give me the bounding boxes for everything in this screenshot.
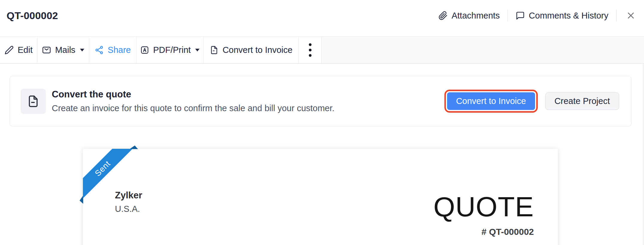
company-block: Zylker U.S.A. [115,190,142,214]
pdf-print-dropdown-button[interactable]: PDF/Print [136,37,203,63]
share-button[interactable]: Share [89,37,136,63]
chevron-down-icon [195,49,200,52]
convert-quote-banner: Convert the quote Create an invoice for … [10,76,631,126]
status-ribbon: Sent [83,149,161,226]
close-button[interactable] [624,9,637,22]
ribbon-fold-left [80,195,83,204]
pdf-icon [140,45,149,55]
company-name: Zylker [115,190,142,201]
banner-icon-box [21,89,46,114]
file-icon [209,45,219,55]
status-ribbon-label: Sent [93,159,112,178]
kebab-menu-icon [309,43,312,57]
attachments-button[interactable]: Attachments [438,11,500,21]
convert-to-invoice-primary-button[interactable]: Convert to Invoice [447,92,535,110]
share-label: Share [108,45,131,55]
quote-detail-content: Convert the quote Create an invoice for … [0,64,644,245]
convert-to-invoice-toolbar-button[interactable]: Convert to Invoice [203,37,299,63]
banner-description: Create an invoice for this quote to conf… [52,103,335,113]
pdf-print-label: PDF/Print [153,45,191,55]
banner-text: Convert the quote Create an invoice for … [52,89,335,113]
toolbar-filler [322,37,644,63]
edit-label: Edit [18,45,33,55]
header-actions: Attachments Comments & History [438,9,637,22]
edit-button[interactable]: Edit [0,37,37,63]
attachments-label: Attachments [452,11,500,21]
quote-document-preview: Sent Zylker U.S.A. QUOTE # QT-000002 [83,149,558,245]
envelope-icon [42,45,51,55]
page-title: QT-000002 [7,10,58,22]
mails-dropdown-button[interactable]: Mails [37,37,89,63]
doc-number: # QT-000002 [433,227,534,237]
doc-type: QUOTE [433,192,534,222]
comments-history-button[interactable]: Comments & History [516,11,608,21]
mails-label: Mails [55,45,75,55]
more-actions-button[interactable] [299,37,322,63]
chat-bubble-icon [516,11,525,20]
header-divider [508,10,508,22]
create-project-button[interactable]: Create Project [545,92,619,110]
doc-heading-block: QUOTE # QT-000002 [433,192,534,237]
ribbon-fold-top [130,146,138,149]
quote-toolbar: Edit Mails Share PDF/Print Convert to In… [0,36,644,64]
company-country: U.S.A. [115,204,142,214]
close-icon [626,10,636,21]
quote-detail-header: QT-000002 Attachments Comments & History [0,0,644,36]
comments-history-label: Comments & History [529,11,608,21]
convert-to-invoice-label: Convert to Invoice [223,45,293,55]
pencil-icon [4,45,14,55]
share-icon [95,45,104,55]
file-minus-icon [27,95,40,108]
banner-title: Convert the quote [52,89,335,100]
chevron-down-icon [80,49,84,52]
content-right-edge [643,64,643,245]
paperclip-icon [438,11,448,20]
header-divider [616,10,616,22]
